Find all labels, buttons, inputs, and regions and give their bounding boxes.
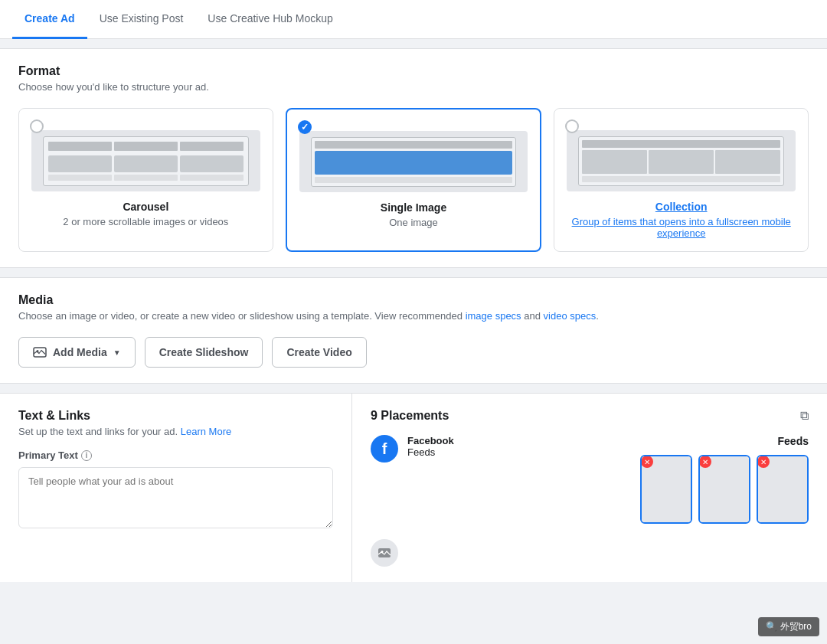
format-card-collection[interactable]: Collection Group of items that opens int… [554, 108, 809, 252]
image-specs-link[interactable]: image specs [466, 310, 521, 322]
phone-preview-2: ✕ [698, 455, 750, 524]
create-video-label: Create Video [286, 346, 351, 358]
media-subtitle-start: Choose an image or video, or create a ne… [18, 310, 466, 322]
tab-bar: Create Ad Use Existing Post Use Creative… [0, 0, 827, 39]
placement-info: Facebook Feeds [407, 435, 454, 458]
external-link-icon[interactable]: ⧉ [800, 409, 809, 423]
placements-count: 9 Placements [371, 409, 449, 423]
phone-previews: ✕ ✕ ✕ [640, 455, 809, 524]
remove-btn-2[interactable]: ✕ [699, 456, 711, 468]
collection-image [567, 130, 796, 191]
collection-label[interactable]: Collection [567, 201, 796, 213]
media-section: Media Choose an image or video, or creat… [0, 277, 827, 384]
add-media-button[interactable]: Add Media ▼ [18, 337, 136, 368]
placements-column: 9 Placements ⧉ f Facebook Feeds Feeds ✕ [352, 394, 827, 582]
feeds-area: Feeds ✕ ✕ ✕ [640, 435, 809, 524]
create-slideshow-button[interactable]: Create Slideshow [145, 337, 263, 368]
single-image-label: Single Image [299, 201, 528, 214]
format-subtitle: Choose how you'd like to structure your … [18, 81, 809, 93]
text-links-column: Text & Links Set up the text and links f… [0, 394, 352, 582]
feeds-label: Feeds [640, 435, 809, 447]
media-subtitle: Choose an image or video, or create a ne… [18, 310, 809, 322]
platform-name: Facebook [407, 435, 454, 446]
text-links-title: Text & Links [18, 409, 333, 423]
create-video-button[interactable]: Create Video [272, 337, 366, 368]
add-media-icon [33, 345, 47, 359]
remove-btn-1[interactable]: ✕ [641, 456, 653, 468]
bottom-row: Text & Links Set up the text and links f… [0, 393, 827, 582]
primary-text-input[interactable] [18, 467, 333, 528]
single-image-image [299, 131, 528, 192]
radio-single-image [298, 120, 312, 134]
create-slideshow-label: Create Slideshow [159, 346, 249, 358]
placement-row: f Facebook Feeds Feeds ✕ ✕ [371, 435, 809, 524]
tab-use-creative-hub-mockup[interactable]: Use Creative Hub Mockup [195, 0, 345, 39]
collection-desc[interactable]: Group of items that opens into a fullscr… [567, 216, 796, 239]
placement-row-2 [371, 539, 809, 567]
carousel-desc: 2 or more scrollable images or videos [31, 216, 260, 227]
primary-text-label: Primary Text i [18, 449, 333, 461]
media-title: Media [18, 293, 809, 307]
facebook-icon: f [371, 435, 398, 463]
primary-text-info-icon[interactable]: i [81, 450, 92, 461]
placement-name: Facebook Feeds [407, 435, 454, 458]
placements-header: 9 Placements ⧉ [371, 409, 809, 423]
single-image-desc: One image [299, 217, 528, 228]
phone-preview-1: ✕ [640, 455, 692, 524]
text-links-subtitle: Set up the text and links for your ad. L… [18, 426, 333, 437]
carousel-image [31, 130, 260, 191]
carousel-label: Carousel [31, 201, 260, 213]
media-subtitle-mid: and [521, 310, 544, 322]
tab-use-existing-post[interactable]: Use Existing Post [87, 0, 196, 39]
format-cards: Carousel 2 or more scrollable images or … [18, 108, 809, 252]
text-links-subtitle-text: Set up the text and links for your ad. [18, 426, 181, 437]
format-title: Format [18, 64, 809, 78]
placement-icon-2 [371, 539, 398, 567]
phone-preview-3: ✕ [757, 455, 809, 524]
add-media-dropdown-icon: ▼ [113, 348, 121, 357]
learn-more-link[interactable]: Learn More [181, 426, 231, 437]
radio-carousel [30, 119, 44, 133]
remove-btn-3[interactable]: ✕ [757, 456, 770, 468]
media-subtitle-end: . [596, 310, 599, 322]
format-section: Format Choose how you'd like to structur… [0, 48, 827, 268]
add-media-label: Add Media [53, 346, 107, 358]
media-buttons: Add Media ▼ Create Slideshow Create Vide… [18, 337, 809, 368]
format-card-carousel[interactable]: Carousel 2 or more scrollable images or … [18, 108, 273, 252]
tab-create-ad[interactable]: Create Ad [12, 0, 87, 39]
primary-text-label-text: Primary Text [18, 449, 78, 461]
format-card-single-image[interactable]: Single Image One image [286, 108, 542, 252]
video-specs-link[interactable]: video specs [544, 310, 597, 322]
platform-sub: Feeds [407, 446, 435, 458]
